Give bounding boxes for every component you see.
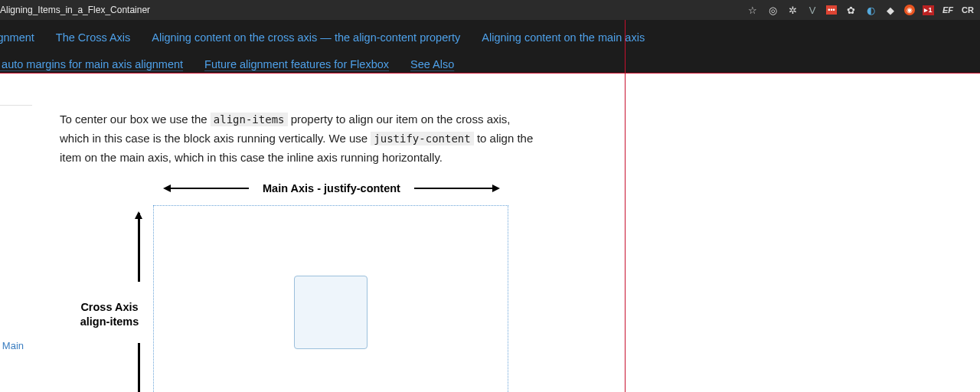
intro-paragraph: To center our box we use the align-items… [60,110,534,167]
star-icon[interactable]: ☆ [746,4,759,16]
browser-toolbar: Aligning_Items_in_a_Flex_Container ☆ ◎ ✲… [0,0,980,20]
extension-icons: ☆ ◎ ✲ V ••• ✿ ◐ ◆ ◉ ▸1 EF CR [746,4,974,16]
main-axis-row: Main Axis - justify-content [152,182,511,194]
nav-link-cross-axis[interactable]: The Cross Axis [56,30,131,47]
nav-link-align-content[interactable]: Aligning content on the cross axis — the… [152,30,460,47]
page-nav: lignment The Cross Axis Aligning content… [0,20,980,74]
gear-icon[interactable]: ✿ [844,4,857,16]
nav-link-future[interactable]: Future alignment features for Flexbox [204,57,389,74]
nav-link-alignment[interactable]: lignment [0,30,34,47]
nav-link-main-axis[interactable]: Aligning content on the main axis [482,30,645,47]
cross-axis-line1: Cross Axis [67,300,152,315]
nav-link-see-also[interactable]: See Also [410,57,454,74]
red-box-icon[interactable]: ••• [826,5,837,15]
nav-link-auto-margins[interactable]: g auto margins for main axis alignment [0,57,183,74]
arrow-right-icon [414,188,498,189]
code-justify-content: justify-content [371,132,473,145]
main-axis-label: Main Axis - justify-content [263,182,400,194]
target-icon[interactable]: ◎ [766,4,779,16]
ruler-horizontal [0,73,980,74]
ubuntu-icon[interactable]: ◉ [904,5,915,15]
arrow-down-icon [138,343,140,392]
article-content: e Main To center our box we use the alig… [0,87,980,392]
cross-axis-label: Cross Axis align-items [67,300,152,329]
url-fragment: Aligning_Items_in_a_Flex_Container [0,5,150,15]
ef-icon[interactable]: EF [942,4,954,16]
atom-icon[interactable]: ✲ [786,4,799,16]
vue-icon[interactable]: V [806,4,818,16]
sidebar-fragment-top [0,87,32,106]
tag-icon[interactable]: ◆ [884,4,897,16]
flex-item-box [294,276,368,349]
arrow-up-icon [138,213,140,282]
code-align-items: align-items [211,113,288,126]
text-segment: To center our box we use the [60,113,211,126]
ruler-vertical [625,20,626,392]
cr-icon[interactable]: CR [962,4,974,16]
o-icon[interactable]: ◐ [864,4,877,16]
sidebar-fragment-link[interactable]: e Main [0,340,24,351]
cross-axis-line2: align-items [67,315,152,329]
one-icon[interactable]: ▸1 [923,5,934,15]
arrow-left-icon [165,188,249,189]
